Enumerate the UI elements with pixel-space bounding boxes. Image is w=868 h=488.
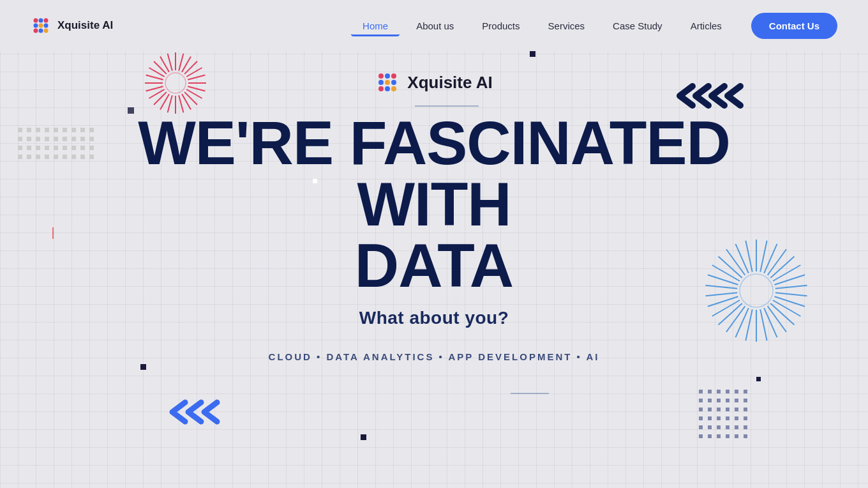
svg-rect-97 xyxy=(744,390,747,393)
hero-brand-icon xyxy=(375,70,400,95)
svg-rect-93 xyxy=(708,390,712,393)
hero-title-line1: WE'RE FASCINATED WITH xyxy=(138,109,730,238)
svg-rect-111 xyxy=(708,416,712,420)
svg-rect-122 xyxy=(699,434,703,438)
svg-point-136 xyxy=(44,29,49,33)
nav-services[interactable]: Services xyxy=(537,15,597,36)
svg-rect-98 xyxy=(699,399,703,402)
deco-line xyxy=(511,393,549,394)
svg-point-142 xyxy=(391,80,396,85)
svg-rect-102 xyxy=(735,399,738,402)
svg-point-135 xyxy=(39,29,43,33)
nav-links: Home About us Products Services Case Stu… xyxy=(351,13,837,39)
svg-rect-106 xyxy=(717,408,721,411)
svg-point-132 xyxy=(39,24,43,28)
hero-brand: Xquisite AI xyxy=(375,70,492,95)
svg-rect-117 xyxy=(708,425,712,429)
svg-rect-126 xyxy=(735,434,738,438)
deco-square xyxy=(756,377,761,381)
nav-articles[interactable]: Articles xyxy=(679,15,733,36)
nav-products[interactable]: Products xyxy=(470,15,531,36)
svg-rect-127 xyxy=(744,434,747,438)
logo-link[interactable]: Xquisite AI xyxy=(31,15,113,36)
deco-square xyxy=(140,364,146,370)
svg-rect-113 xyxy=(726,416,730,420)
hero-brand-text: Xquisite AI xyxy=(407,73,492,93)
svg-point-134 xyxy=(34,29,38,33)
svg-rect-114 xyxy=(735,416,738,420)
nav-case-study[interactable]: Case Study xyxy=(601,15,674,36)
svg-rect-110 xyxy=(699,416,703,420)
svg-point-138 xyxy=(385,73,390,79)
svg-rect-95 xyxy=(726,390,730,393)
svg-rect-123 xyxy=(708,434,712,438)
logo-text: Xquisite AI xyxy=(57,19,113,32)
svg-point-145 xyxy=(391,86,396,91)
svg-rect-108 xyxy=(735,408,738,411)
hero-title: WE'RE FASCINATED WITH DATA xyxy=(83,112,785,296)
svg-point-141 xyxy=(385,80,390,85)
navbar: Xquisite AI Home About us Products Servi… xyxy=(0,0,868,51)
svg-rect-119 xyxy=(726,425,730,429)
contact-button[interactable]: Contact Us xyxy=(751,13,837,39)
svg-point-133 xyxy=(44,24,49,28)
svg-rect-124 xyxy=(717,434,721,438)
svg-point-129 xyxy=(39,19,43,23)
svg-point-128 xyxy=(34,19,38,23)
hero-title-line2: DATA xyxy=(355,231,513,300)
nav-about[interactable]: About us xyxy=(405,15,465,36)
nav-home[interactable]: Home xyxy=(351,15,400,36)
svg-rect-107 xyxy=(726,408,730,411)
svg-point-140 xyxy=(378,80,384,85)
logo-icon xyxy=(31,15,51,36)
deco-dot-matrix-br xyxy=(699,390,763,450)
svg-rect-112 xyxy=(717,416,721,420)
hero-section: Xquisite AI WE'RE FASCINATED WITH DATA W… xyxy=(0,51,868,362)
svg-rect-121 xyxy=(744,425,747,429)
svg-rect-101 xyxy=(726,399,730,402)
svg-point-137 xyxy=(378,73,384,79)
svg-rect-109 xyxy=(744,408,747,411)
svg-rect-118 xyxy=(717,425,721,429)
svg-point-131 xyxy=(34,24,38,28)
svg-point-130 xyxy=(44,19,49,23)
svg-rect-116 xyxy=(699,425,703,429)
svg-point-143 xyxy=(378,86,384,91)
svg-rect-104 xyxy=(699,408,703,411)
svg-rect-94 xyxy=(717,390,721,393)
svg-rect-115 xyxy=(744,416,747,420)
svg-rect-100 xyxy=(717,399,721,402)
deco-arrows-blue xyxy=(163,396,233,431)
svg-rect-103 xyxy=(744,399,747,402)
hero-tags: CLOUD • DATA ANALYTICS • APP DEVELOPMENT… xyxy=(269,351,600,362)
svg-rect-92 xyxy=(699,390,703,393)
hero-subtitle: What about you? xyxy=(359,308,509,328)
svg-point-144 xyxy=(385,86,390,91)
svg-rect-120 xyxy=(735,425,738,429)
svg-rect-96 xyxy=(735,390,738,393)
svg-rect-99 xyxy=(708,399,712,402)
svg-point-139 xyxy=(391,73,396,79)
svg-rect-125 xyxy=(726,434,730,438)
svg-rect-105 xyxy=(708,408,712,411)
deco-square xyxy=(361,434,366,440)
